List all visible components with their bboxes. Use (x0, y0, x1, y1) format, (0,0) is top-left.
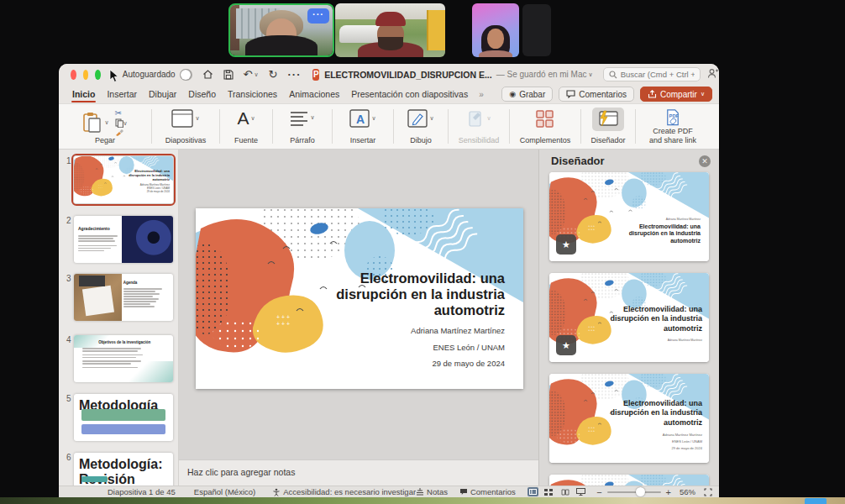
slide-4-thumbnail[interactable]: Objetivos de la investigación (74, 335, 173, 382)
zoom-slider[interactable] (607, 491, 661, 493)
comments-toggle-label: Comentarios (470, 487, 516, 496)
participant-video-1[interactable]: ··· (228, 3, 334, 57)
draw-label: Dibujo (410, 136, 432, 144)
slide-2-thumbnail[interactable]: Agradecimiento (74, 216, 173, 263)
copy-dropdown-chevron[interactable]: ∨ (123, 120, 128, 127)
designer-panel-title: Diseñador (551, 155, 605, 167)
record-button[interactable]: ◉ Grabar (501, 87, 553, 102)
folder-icon[interactable] (805, 498, 827, 504)
slide-thumbnails-panel[interactable]: 1 Electromovilidad: una disrupción en la… (59, 150, 179, 486)
zoom-level[interactable]: 56% (680, 487, 695, 496)
design-suggestion-2[interactable]: Electromovilidad: una disrupción en la i… (549, 273, 709, 362)
designer-button[interactable] (592, 108, 624, 131)
create-pdf-group[interactable]: PDF Create PDFand share link (636, 104, 710, 149)
undo-dropdown-chevron[interactable]: ∨ (254, 71, 258, 78)
normal-view-button[interactable] (527, 487, 538, 496)
slide-6-thumbnail[interactable]: Metodología: Revisión Sistemática de la … (74, 453, 173, 486)
slideshow-view-button[interactable] (575, 487, 586, 496)
design-suggestion-4-partial[interactable] (549, 475, 709, 486)
paste-clipboard-icon (82, 112, 102, 134)
draw-group[interactable]: ∨ Dibujo (394, 104, 448, 149)
insert-dropdown-chevron[interactable]: ∨ (371, 115, 375, 122)
slide-5-thumbnail[interactable]: Metodología (74, 394, 173, 441)
notes-toggle[interactable]: Notas (416, 487, 448, 496)
designer-close-button[interactable]: ✕ (699, 155, 711, 167)
accessibility-status[interactable]: Accesibilidad: es necesario investigar (272, 487, 416, 496)
design-1-star-badge: ★ (556, 234, 576, 255)
font-group[interactable]: A ∨ Fuente (220, 104, 272, 149)
addins-label: Complementos (520, 136, 571, 144)
addins-group[interactable]: Complementos (510, 104, 580, 149)
slide-1-thumbnail[interactable]: Electromovilidad: una disrupción en la i… (74, 156, 173, 203)
insert-group[interactable]: A ∨ Insertar (333, 104, 393, 149)
slide-3-mini-text: Agenda (123, 281, 169, 307)
participant-video-2[interactable] (335, 3, 445, 57)
font-dropdown-chevron[interactable]: ∨ (250, 115, 255, 122)
zoom-out-button[interactable]: − (596, 487, 601, 497)
fit-slide-button[interactable] (704, 488, 712, 496)
tab-animaciones[interactable]: Animaciones (288, 87, 340, 102)
slide-counter[interactable]: Diapositiva 1 de 45 (108, 487, 176, 496)
paragraph-dropdown-chevron[interactable]: ∨ (310, 114, 314, 121)
search-input[interactable] (621, 70, 695, 79)
paste-group[interactable]: ∨ ✂ ∨ Pegar (59, 104, 151, 149)
design-3-date: 29 de mayo de 2024 (672, 446, 702, 450)
mouse-cursor (109, 70, 119, 83)
slide-3-thumbnail[interactable]: Agenda (74, 274, 173, 321)
save-icon[interactable] (223, 70, 234, 80)
current-slide-canvas[interactable]: Electromovilidad: una disrupción en la i… (196, 208, 523, 389)
more-commands-icon[interactable]: ··· (287, 69, 301, 80)
reading-view-button[interactable] (559, 487, 570, 496)
slide-sorter-view-button[interactable] (543, 487, 554, 496)
designer-ribbon-group[interactable]: Diseñador (581, 104, 635, 149)
document-saved-status[interactable]: — Se guardó en mi Mac (496, 70, 587, 79)
language-indicator[interactable]: Español (México) (194, 487, 255, 496)
share-contact-icon[interactable] (707, 68, 719, 81)
slide-6-teal-chip (81, 476, 108, 482)
ribbon-tabs-row: Inicio Insertar Dibujar Diseño Transicio… (59, 85, 719, 103)
zoom-slider-knob[interactable] (636, 487, 645, 496)
format-painter-icon[interactable] (115, 129, 124, 136)
desktop-wallpaper-sliver (0, 497, 845, 504)
document-title: ELECTROMOVILIDAD_DISRUPCION E... (324, 70, 492, 80)
slides-group[interactable]: ∨ Diapositivas (152, 104, 219, 149)
slide-title-text[interactable]: Electromovilidad: una disrupción en la i… (303, 270, 505, 318)
undo-icon[interactable]: ↶ (244, 69, 253, 80)
paragraph-icon (290, 109, 308, 126)
search-box[interactable] (603, 67, 701, 81)
home-icon[interactable] (202, 69, 213, 80)
tab-transiciones[interactable]: Transiciones (227, 87, 278, 102)
paragraph-group[interactable]: ∨ Párrafo (273, 104, 332, 149)
copy-icon[interactable] (115, 118, 123, 128)
close-window-button[interactable] (71, 70, 76, 80)
participant-video-3[interactable] (472, 3, 519, 57)
paste-dropdown-chevron[interactable]: ∨ (104, 119, 108, 126)
video-more-options-button[interactable]: ··· (307, 8, 329, 24)
autosave-toggle[interactable] (180, 69, 192, 81)
draw-dropdown-chevron[interactable]: ∨ (429, 115, 433, 122)
participant-tile-empty (522, 4, 551, 56)
tab-dibujar[interactable]: Dibujar (148, 87, 177, 102)
minimize-window-button[interactable] (83, 70, 89, 80)
notes-pane[interactable]: Haz clic para agregar notas (179, 459, 538, 486)
redo-icon[interactable]: ↻ (269, 69, 278, 80)
cut-icon[interactable]: ✂ (115, 109, 128, 118)
comments-toggle[interactable]: Comentarios (459, 487, 516, 496)
zoom-in-button[interactable]: + (666, 487, 671, 497)
slide-editor-area[interactable]: Electromovilidad: una disrupción en la i… (179, 150, 538, 486)
share-button[interactable]: Compartir ∨ (640, 87, 712, 102)
tab-presentacion[interactable]: Presentación con diapositivas (350, 87, 469, 102)
design-suggestion-1[interactable]: Adriana Martínez Martínez Electromovilid… (549, 172, 709, 261)
video2-person-beard (378, 37, 403, 50)
slides-dropdown-chevron[interactable]: ∨ (195, 115, 199, 122)
tab-insertar[interactable]: Insertar (106, 87, 138, 102)
design-suggestion-3[interactable]: Electromovilidad: una disrupción en la i… (549, 374, 709, 463)
tab-diseno[interactable]: Diseño (187, 87, 217, 102)
tabs-overflow-chevrons[interactable]: » (479, 90, 484, 99)
slide-subtitle-block[interactable]: Adriana Martínez Martínez ENES León / UN… (303, 326, 505, 375)
zoom-window-button[interactable] (95, 70, 101, 80)
tab-inicio[interactable]: Inicio (71, 87, 96, 102)
saved-status-chevron[interactable]: ∨ (589, 71, 593, 78)
slide-2-photo (122, 216, 173, 263)
comments-button[interactable]: Comentarios (559, 87, 634, 102)
